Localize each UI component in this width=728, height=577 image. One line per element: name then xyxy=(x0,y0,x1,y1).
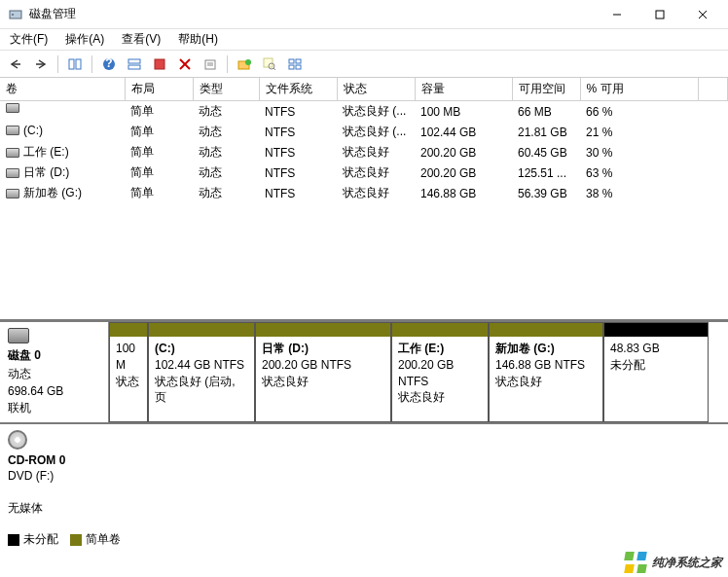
volume-capacity: 100 MB xyxy=(415,101,512,123)
partition[interactable]: 48.83 GB未分配 xyxy=(603,322,709,422)
volume-pct: 38 % xyxy=(580,183,699,203)
cdrom-device: DVD (F:) xyxy=(8,469,101,483)
volume-pct: 63 % xyxy=(580,162,699,183)
svg-point-21 xyxy=(245,59,251,65)
volume-fs: NTFS xyxy=(259,142,337,162)
svg-point-1 xyxy=(12,14,14,16)
col-status[interactable]: 状态 xyxy=(337,78,415,101)
svg-rect-14 xyxy=(155,59,164,69)
legend: 未分配 简单卷 xyxy=(8,531,121,548)
volume-name: 新加卷 (G:) xyxy=(23,185,82,201)
partition-map: 100 M状态 (C:) 102.44 GB NTFS状态良好 (启动, 页 日… xyxy=(109,322,728,422)
col-type[interactable]: 类型 xyxy=(193,78,259,101)
menu-view[interactable]: 查看(V) xyxy=(118,29,164,50)
svg-rect-3 xyxy=(656,11,664,18)
volume-row[interactable]: (C:) 简单 动态 NTFS 状态良好 (... 102.44 GB 21.8… xyxy=(0,122,728,142)
delete-button[interactable] xyxy=(173,54,197,75)
cdrom-header[interactable]: CD-ROM 0 DVD (F:) 无媒体 xyxy=(0,424,109,523)
back-button[interactable] xyxy=(4,54,27,75)
volume-list[interactable]: 卷 布局 类型 文件系统 状态 容量 可用空间 % 可用 简单 动态 NTFS … xyxy=(0,78,728,321)
volume-status: 状态良好 xyxy=(337,183,415,203)
view-panels-button[interactable] xyxy=(63,54,87,75)
disk-header[interactable]: 磁盘 0 动态 698.64 GB 联机 xyxy=(0,322,109,422)
help-button[interactable]: ? xyxy=(97,54,121,75)
volume-capacity: 200.20 GB xyxy=(415,162,512,183)
partition-label: 日常 (D:) 200.20 GB NTFS状态良好 xyxy=(256,337,390,393)
partition[interactable]: 新加卷 (G:) 146.88 GB NTFS状态良好 xyxy=(489,322,603,422)
volume-row[interactable]: 日常 (D:) 简单 动态 NTFS 状态良好 200.20 GB 125.51… xyxy=(0,162,728,183)
col-free[interactable]: 可用空间 xyxy=(512,78,580,101)
svg-rect-28 xyxy=(296,65,301,69)
volume-free: 60.45 GB xyxy=(512,142,580,162)
new-folder-button[interactable] xyxy=(233,54,256,75)
minimize-button[interactable] xyxy=(596,1,638,28)
partition-stripe xyxy=(490,323,602,337)
column-headers[interactable]: 卷 布局 类型 文件系统 状态 容量 可用空间 % 可用 xyxy=(0,78,728,101)
volume-type: 动态 xyxy=(193,101,259,123)
col-layout[interactable]: 布局 xyxy=(125,78,193,101)
volume-status: 状态良好 xyxy=(337,142,415,162)
volume-row[interactable]: 工作 (E:) 简单 动态 NTFS 状态良好 200.20 GB 60.45 … xyxy=(0,142,728,162)
settings-button[interactable] xyxy=(148,54,171,75)
volume-type: 动态 xyxy=(193,162,259,183)
disk-row: 磁盘 0 动态 698.64 GB 联机 100 M状态 (C:) 102.44… xyxy=(0,322,728,424)
close-button[interactable] xyxy=(681,1,724,28)
col-capacity[interactable]: 容量 xyxy=(415,78,512,101)
col-percent[interactable]: % 可用 xyxy=(580,78,699,101)
svg-text:?: ? xyxy=(105,57,112,70)
search-button[interactable] xyxy=(258,54,281,75)
cd-icon xyxy=(8,430,27,450)
forward-button[interactable] xyxy=(29,54,53,75)
volume-layout: 简单 xyxy=(125,162,193,183)
partition[interactable]: 100 M状态 xyxy=(109,322,148,422)
list-button[interactable] xyxy=(283,54,307,75)
volume-icon xyxy=(6,103,19,113)
toolbar-separator xyxy=(227,55,228,73)
volume-icon xyxy=(6,126,19,135)
disk-type: 动态 xyxy=(8,366,100,382)
partition-stripe xyxy=(149,323,254,337)
volume-row[interactable]: 简单 动态 NTFS 状态良好 (... 100 MB 66 MB 66 % xyxy=(0,101,728,123)
svg-rect-26 xyxy=(296,59,301,63)
maximize-button[interactable] xyxy=(638,1,681,28)
svg-rect-22 xyxy=(264,58,273,67)
volume-capacity: 146.88 GB xyxy=(415,183,512,203)
partition-label: (C:) 102.44 GB NTFS状态良好 (启动, 页 xyxy=(149,337,254,410)
menu-action[interactable]: 操作(A) xyxy=(61,29,108,50)
menu-help[interactable]: 帮助(H) xyxy=(174,29,222,50)
col-filesystem[interactable]: 文件系统 xyxy=(259,78,337,101)
partition[interactable]: (C:) 102.44 GB NTFS状态良好 (启动, 页 xyxy=(148,322,255,422)
partition-label: 新加卷 (G:) 146.88 GB NTFS状态良好 xyxy=(490,337,602,393)
svg-rect-27 xyxy=(289,65,294,69)
volume-status: 状态良好 (... xyxy=(337,122,415,142)
window-title: 磁盘管理 xyxy=(29,6,596,22)
volume-icon xyxy=(6,148,19,158)
properties-button[interactable] xyxy=(199,54,222,75)
split-view-button[interactable] xyxy=(123,54,146,75)
volume-type: 动态 xyxy=(193,183,259,203)
volume-free: 56.39 GB xyxy=(512,183,580,203)
toolbar-separator xyxy=(91,55,92,73)
partition[interactable]: 工作 (E:) 200.20 GB NTFS状态良好 xyxy=(391,322,489,422)
watermark-text: 纯净系统之家 xyxy=(652,555,722,571)
partition[interactable]: 日常 (D:) 200.20 GB NTFS状态良好 xyxy=(255,322,391,422)
cdrom-state: 无媒体 xyxy=(8,500,101,517)
volume-fs: NTFS xyxy=(259,162,337,183)
disk-label: 磁盘 0 xyxy=(8,347,100,364)
partition-label: 48.83 GB未分配 xyxy=(604,337,708,378)
volume-name: (C:) xyxy=(23,124,43,137)
app-icon xyxy=(8,7,23,22)
volume-capacity: 102.44 GB xyxy=(415,122,512,142)
svg-rect-0 xyxy=(10,11,21,18)
partition-label: 工作 (E:) 200.20 GB NTFS状态良好 xyxy=(392,337,488,410)
volume-row[interactable]: 新加卷 (G:) 简单 动态 NTFS 状态良好 146.88 GB 56.39… xyxy=(0,183,728,203)
col-volume[interactable]: 卷 xyxy=(0,78,125,101)
disk-size: 698.64 GB xyxy=(8,384,100,398)
menu-file[interactable]: 文件(F) xyxy=(6,29,52,50)
partition-label: 100 M状态 xyxy=(110,337,147,393)
volume-icon xyxy=(6,189,19,198)
volume-layout: 简单 xyxy=(125,183,193,203)
svg-line-24 xyxy=(273,68,275,70)
col-spacer xyxy=(699,78,728,101)
svg-rect-8 xyxy=(69,59,74,69)
